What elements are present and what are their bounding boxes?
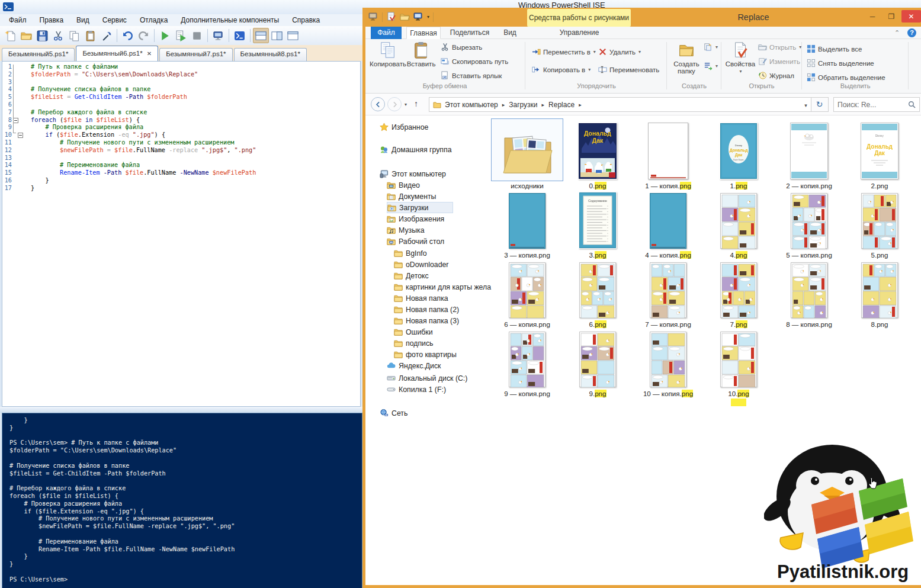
file-item-3.png[interactable]: Содержание3.png bbox=[564, 189, 631, 259]
layout-right-icon[interactable] bbox=[269, 28, 285, 43]
file-item-4-копия.png[interactable]: 4 — копия.png bbox=[635, 189, 701, 259]
up-button[interactable]: ↑ bbox=[414, 99, 418, 108]
nav-item-ошибки[interactable]: Ошибки bbox=[394, 326, 433, 338]
redo-icon[interactable] bbox=[136, 28, 152, 43]
search-input[interactable]: Поиск: Re... bbox=[833, 97, 920, 112]
script-editor[interactable]: 1# Путь к папке с файлами2$folderPath = … bbox=[2, 61, 361, 407]
file-item-10-копия.png[interactable]: 10 — копия.png bbox=[635, 328, 701, 397]
address-bar[interactable]: Этот компьютер▸ Загрузки▸ Replace▸ bbox=[429, 97, 811, 112]
nav-item-изображения[interactable]: Изображения bbox=[387, 213, 444, 224]
nav-item-новая-папка[interactable]: Новая папка bbox=[394, 293, 448, 304]
properties-button[interactable]: Свойства▾ bbox=[726, 41, 755, 74]
tab-view[interactable]: Вид bbox=[498, 27, 522, 39]
run-icon[interactable] bbox=[157, 28, 173, 43]
breadcrumb-downloads[interactable]: Загрузки bbox=[509, 101, 537, 109]
copy-path-button[interactable]: Скопировать путь bbox=[441, 57, 508, 66]
search-icon[interactable] bbox=[908, 101, 916, 108]
breadcrumb-computer[interactable]: Этот компьютер bbox=[445, 101, 498, 109]
nav-item-рабочий-стол[interactable]: Рабочий стол bbox=[387, 236, 444, 247]
editor-console-splitter[interactable] bbox=[0, 407, 362, 413]
tab-file[interactable]: Файл bbox=[371, 27, 402, 39]
paste-icon[interactable] bbox=[82, 28, 98, 43]
nav-item-копилка-1-f-[interactable]: Копилка 1 (F:) bbox=[387, 384, 446, 395]
forward-button[interactable] bbox=[387, 97, 402, 111]
history-button[interactable]: Журнал bbox=[758, 71, 794, 80]
file-item-исходники[interactable]: исходники bbox=[494, 120, 560, 189]
easy-access-button[interactable]: ▾ bbox=[704, 62, 718, 70]
new-folder-button[interactable]: Создать папку bbox=[672, 41, 701, 75]
minimize-button[interactable]: ─ bbox=[864, 10, 881, 23]
nav-item-загрузки[interactable]: Загрузки bbox=[387, 202, 453, 213]
file-item-2.png[interactable]: DisneyДональдДак2.png bbox=[846, 120, 913, 189]
ise-menu-0[interactable]: Файл bbox=[2, 15, 33, 26]
run-selection-icon[interactable] bbox=[173, 28, 189, 43]
nav-item-новая-папка-3-[interactable]: Новая папка (3) bbox=[394, 315, 459, 326]
cut-button[interactable]: Вырезать bbox=[441, 43, 482, 52]
script-tab-7[interactable]: Безымянный7.ps1* bbox=[159, 48, 232, 61]
file-item-5-копия.png[interactable]: 5 — копия.png bbox=[776, 189, 842, 259]
nav-item-фото-квартиры[interactable]: фото квартиры bbox=[394, 349, 457, 360]
nav-item-сеть[interactable]: Сеть bbox=[380, 407, 407, 419]
file-item-9.png[interactable]: 9.png bbox=[564, 328, 631, 397]
qat-properties-icon[interactable] bbox=[386, 12, 396, 22]
breadcrumb-replace[interactable]: Replace bbox=[548, 101, 575, 109]
file-item-5.png[interactable]: 5.png bbox=[846, 189, 913, 259]
new-item-button[interactable]: ▾ bbox=[704, 43, 718, 52]
nav-item-видео[interactable]: Видео bbox=[387, 179, 420, 191]
file-item-9-копия.png[interactable]: 9 — копия.png bbox=[494, 328, 560, 397]
file-item-1.png[interactable]: DisneyДональдДакКарл Баркс1.png bbox=[705, 120, 772, 189]
file-item-0.png[interactable]: ДональдДак0.png bbox=[564, 120, 631, 189]
fold-collapse-box[interactable] bbox=[13, 118, 18, 123]
layout-max-icon[interactable] bbox=[285, 28, 301, 43]
save-icon[interactable] bbox=[34, 28, 50, 43]
ise-menu-2[interactable]: Вид bbox=[70, 15, 96, 26]
tool-icon[interactable] bbox=[98, 28, 114, 43]
ise-menu-4[interactable]: Отладка bbox=[133, 15, 174, 26]
nav-item-новая-папка-2-[interactable]: Новая папка (2) bbox=[394, 304, 459, 315]
nav-item-локальный-диск-c-[interactable]: Локальный диск (C:) bbox=[387, 372, 467, 384]
nav-item-избранное[interactable]: Избранное bbox=[380, 121, 428, 133]
file-item-8-копия.png[interactable]: 8 — копия.png bbox=[776, 259, 842, 328]
new-file-icon[interactable] bbox=[2, 28, 18, 43]
nav-item-подпись[interactable]: подпись bbox=[394, 338, 434, 349]
file-item-10.png[interactable]: 10.png bbox=[705, 328, 772, 397]
layout-split-icon[interactable] bbox=[253, 28, 269, 43]
nav-item-этот-компьютер[interactable]: Этот компьютер bbox=[380, 168, 446, 179]
edit-button[interactable]: Изменить bbox=[758, 57, 800, 66]
powershell-icon[interactable] bbox=[232, 28, 248, 43]
file-item-7-копия.png[interactable]: 7 — копия.png bbox=[635, 259, 701, 328]
invert-selection-button[interactable]: Обратить выделение bbox=[807, 73, 885, 82]
recent-pages-arrow[interactable]: ▾ bbox=[405, 102, 407, 107]
script-tab-6[interactable]: Безымянный6.ps1*✕ bbox=[76, 46, 158, 61]
file-item-7.png[interactable]: 7.png bbox=[705, 259, 772, 328]
nav-item-детокс[interactable]: Детокс bbox=[394, 270, 429, 281]
file-item-4.png[interactable]: 4.png bbox=[705, 189, 772, 259]
fold-collapse-box[interactable] bbox=[18, 133, 23, 138]
copy-button[interactable]: Копировать bbox=[371, 41, 405, 68]
stop-icon[interactable] bbox=[189, 28, 205, 43]
select-all-button[interactable]: Выделить все bbox=[807, 44, 862, 53]
tab-manage[interactable]: Управление bbox=[528, 27, 630, 39]
close-button[interactable]: ✕ bbox=[901, 10, 921, 23]
open-button[interactable]: Открыть▾ bbox=[758, 43, 801, 52]
qat-remote-icon[interactable] bbox=[413, 12, 423, 22]
file-item-3-копия.png[interactable]: 3 — копия.png bbox=[494, 189, 560, 259]
nav-item-музыка[interactable]: Музыка bbox=[387, 224, 425, 236]
address-dropdown-arrow[interactable]: ▾ bbox=[801, 97, 811, 112]
paste-shortcut-button[interactable]: Вставить ярлык bbox=[441, 71, 502, 80]
qat-computer-icon[interactable] bbox=[368, 12, 378, 22]
nav-item-домашняя-группа[interactable]: Домашняя группа bbox=[380, 144, 451, 155]
open-icon[interactable] bbox=[18, 28, 34, 43]
remote-tab-icon[interactable] bbox=[210, 28, 226, 43]
delete-button[interactable]: Удалить▾ bbox=[598, 47, 641, 56]
qat-new-folder-icon[interactable] bbox=[400, 12, 410, 22]
back-button[interactable] bbox=[371, 97, 385, 111]
nav-item-bginfo[interactable]: BgInfo bbox=[394, 248, 427, 259]
select-none-button[interactable]: Снять выделение bbox=[807, 59, 874, 68]
rename-button[interactable]: Переименовать bbox=[598, 65, 659, 74]
file-item-2-копия.png[interactable]: 2 — копия.png bbox=[776, 120, 842, 189]
script-tab-5[interactable]: Безымянный5.ps1* bbox=[2, 48, 75, 61]
nav-item-odownloader[interactable]: oDownloader bbox=[394, 259, 448, 270]
qat-customize-arrow[interactable]: ▾ bbox=[427, 14, 429, 20]
script-tab-8[interactable]: Безымянный8.ps1* bbox=[234, 48, 307, 61]
